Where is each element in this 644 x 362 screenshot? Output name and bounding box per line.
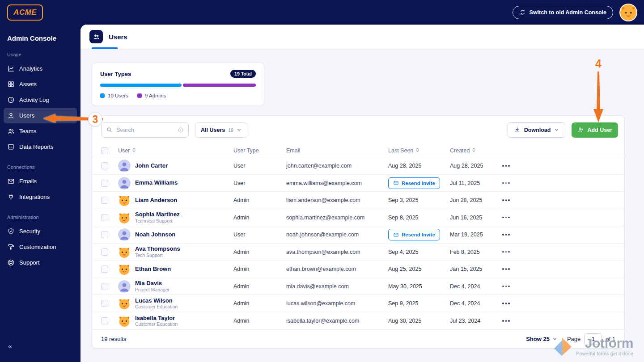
row-checkbox[interactable] (101, 300, 108, 307)
header-user[interactable]: User (118, 147, 230, 154)
select-all-checkbox[interactable] (101, 147, 108, 154)
topbar-right: Switch to old Admin Console (513, 4, 636, 21)
user-type-cell: Admin (233, 266, 283, 272)
row-checkbox[interactable] (101, 317, 108, 324)
search-input[interactable] (116, 127, 174, 133)
header-last-seen[interactable]: Last Seen (388, 147, 446, 154)
download-button[interactable]: Download (508, 122, 566, 138)
users-page-icon (89, 30, 103, 43)
created-cell: Mar 19, 2025 (450, 232, 497, 238)
row-actions-button[interactable] (500, 162, 512, 169)
sidebar-item-teams[interactable]: Teams (4, 123, 77, 139)
row-actions-button[interactable] (500, 283, 512, 290)
search-icon (106, 126, 113, 133)
created-cell: Jun 16, 2025 (450, 215, 497, 221)
header-user-type[interactable]: User Type (233, 147, 283, 154)
sidebar-item-activity-log[interactable]: Activity Log (4, 92, 77, 108)
filter-label: All Users (201, 127, 225, 133)
user-avatar[interactable] (620, 4, 636, 21)
sidebar-item-customization[interactable]: Customization (4, 239, 77, 255)
row-checkbox[interactable] (101, 248, 108, 256)
sidebar-item-users[interactable]: Users (4, 108, 77, 123)
resend-invite-button[interactable]: Resend Invite (388, 177, 440, 189)
cat-avatar (118, 315, 131, 327)
row-actions-button[interactable] (500, 317, 512, 324)
user-types-bar (100, 84, 256, 87)
email-cell: liam.anderson@example.com (286, 197, 385, 203)
row-actions-button[interactable] (500, 248, 512, 256)
switch-button-label: Switch to old Admin Console (530, 9, 606, 16)
user-filter-dropdown[interactable]: All Users 19 (195, 122, 247, 138)
row-actions-button[interactable] (500, 231, 512, 238)
resend-invite-button[interactable]: Resend Invite (388, 229, 440, 240)
sidebar-item-label: Users (19, 112, 34, 119)
row-checkbox[interactable] (101, 180, 108, 187)
main-panel: Users User Types 19 Total 10 Users 9 Adm… (80, 25, 644, 362)
user-type-cell: Admin (233, 215, 283, 221)
switch-to-old-console-button[interactable]: Switch to old Admin Console (513, 6, 613, 19)
row-checkbox[interactable] (101, 265, 108, 273)
legend-item-admins: 9 Admins (137, 93, 166, 98)
row-actions-button[interactable] (500, 265, 512, 273)
sidebar-item-integrations[interactable]: Integrations (4, 189, 77, 205)
last-seen-cell: Resend Invite (388, 229, 446, 240)
row-checkbox[interactable] (101, 231, 108, 238)
row-actions-button[interactable] (500, 300, 512, 307)
lifebuoy-icon (7, 259, 15, 266)
last-seen-cell: Sep 4, 2025 (388, 249, 446, 255)
email-cell: john.carter@example.com (286, 163, 385, 169)
add-user-button[interactable]: Add User (572, 122, 618, 138)
sidebar-item-security[interactable]: Security (4, 223, 77, 239)
email-cell: noah.johnson@example.com (286, 232, 385, 238)
user-cell: Mia DavisProject Manager (118, 280, 230, 293)
cat-avatar (118, 211, 131, 224)
created-cell: Jan 15, 2025 (450, 266, 497, 272)
user-subtitle: Technical Support (135, 218, 180, 223)
row-checkbox[interactable] (101, 283, 108, 290)
info-icon[interactable] (178, 127, 184, 133)
sidebar: Admin Console Usage Analytics Assets Act… (0, 25, 80, 362)
user-cell: Noah Johnson (118, 228, 230, 241)
email-cell: isabella.taylor@example.com (286, 318, 385, 324)
user-name: Ethan Brown (135, 266, 171, 273)
sidebar-item-support[interactable]: Support (4, 255, 77, 270)
row-actions-button[interactable] (500, 180, 512, 187)
acme-logo-text: ACME (13, 8, 37, 17)
admins-bar-segment (183, 84, 256, 87)
topbar: ACME Switch to old Admin Console (0, 0, 644, 25)
row-checkbox[interactable] (101, 197, 108, 204)
activity-log-icon (7, 96, 15, 104)
row-checkbox[interactable] (101, 214, 108, 221)
sidebar-item-label: Integrations (19, 194, 50, 200)
table-row: Ava ThompsonsTech Support Admin ava.thom… (92, 244, 624, 261)
header-email[interactable]: Email (286, 147, 385, 154)
add-user-icon (577, 126, 584, 133)
cat-avatar (118, 263, 131, 275)
page-number-input[interactable] (584, 333, 602, 345)
sidebar-item-emails[interactable]: Emails (4, 173, 77, 189)
page-title: Users (109, 33, 127, 41)
user-cell: Ethan Brown (118, 263, 230, 275)
user-subtitle: Project Manager (135, 287, 169, 292)
created-cell: Aug 28, 2025 (450, 163, 497, 169)
show-per-page-dropdown[interactable]: Show 25 (526, 336, 557, 342)
table-header-row: User User Type Email Last Seen Created (92, 144, 624, 158)
sidebar-collapse-button[interactable]: « (8, 342, 12, 350)
analytics-icon (7, 65, 15, 72)
data-reports-icon (7, 143, 15, 151)
user-subtitle: Customer Education (135, 321, 178, 327)
sidebar-item-assets[interactable]: Assets (4, 76, 77, 92)
row-actions-button[interactable] (500, 214, 512, 221)
user-name: Liam Anderson (135, 197, 177, 204)
sidebar-item-analytics[interactable]: Analytics (4, 61, 77, 76)
sidebar-title: Admin Console (0, 25, 80, 42)
sidebar-item-data-reports[interactable]: Data Reports (4, 139, 77, 155)
row-checkbox[interactable] (101, 162, 108, 169)
last-seen-cell: Sep 3, 2025 (388, 197, 446, 203)
row-actions-button[interactable] (500, 197, 512, 204)
assets-icon (7, 80, 15, 88)
last-seen-cell: Resend Invite (388, 177, 446, 189)
last-seen-cell: Sep 8, 2025 (388, 215, 446, 221)
sort-icon (132, 147, 136, 154)
header-created[interactable]: Created (450, 147, 497, 154)
